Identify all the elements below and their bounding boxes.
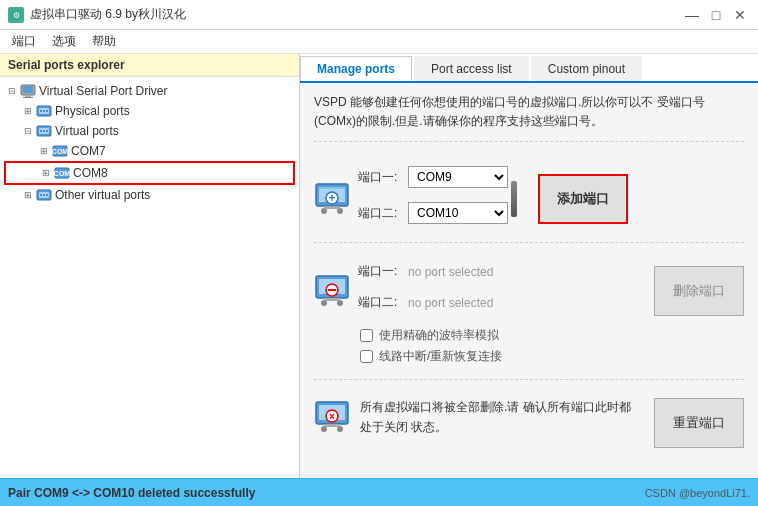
add-section-layout: + 端口一: COM9 COM1COM2COM3 COM4COM5COM6	[314, 166, 744, 232]
svg-rect-4	[25, 95, 31, 97]
reset-section: × 所有虚拟端口将被全部删除.请 确认所有端口此时都处于关闭 状态。 重置端口	[314, 390, 744, 448]
tree-item-root[interactable]: ⊟ Virtual Serial Port Driver	[4, 81, 295, 101]
svg-rect-44	[324, 424, 340, 427]
port1-select[interactable]: COM9 COM1COM2COM3 COM4COM5COM6 COM7COM8C…	[408, 166, 508, 188]
expand-icon-com7[interactable]: ⊞	[38, 145, 50, 157]
svg-point-23	[43, 194, 45, 196]
port1-label: 端口一:	[358, 169, 408, 186]
svg-point-8	[40, 110, 42, 112]
maximize-button[interactable]: □	[706, 5, 726, 25]
window-title: 虚拟串口驱动 6.9 by秋川汉化	[30, 6, 186, 23]
add-port-section: + 端口一: COM9 COM1COM2COM3 COM4COM5COM6	[314, 156, 744, 243]
checkbox-baudrate-label: 使用精确的波特率模拟	[379, 327, 499, 344]
minimize-button[interactable]: —	[682, 5, 702, 25]
svg-point-14	[43, 130, 45, 132]
checkbox-reconnect-label: 线路中断/重新恢复连接	[379, 348, 502, 365]
expand-icon-virtual[interactable]: ⊟	[22, 125, 34, 137]
titlebar-controls: — □ ✕	[682, 5, 750, 25]
delete-port2-label: 端口二:	[358, 294, 408, 311]
right-panel: Manage ports Port access list Custom pin…	[300, 54, 758, 478]
tree-item-virtual[interactable]: ⊟ Virtual ports	[4, 121, 295, 141]
checkbox-reconnect[interactable]	[360, 350, 373, 363]
checkbox-reconnect-row: 线路中断/重新恢复连接	[360, 348, 744, 365]
checkbox-baudrate-row: 使用精确的波特率模拟	[360, 327, 744, 344]
tab-manage-ports[interactable]: Manage ports	[300, 56, 412, 81]
tree-item-com8[interactable]: ⊞ COM COM8	[4, 161, 295, 185]
delete-port1-value: no port selected	[408, 265, 493, 279]
tree-label-other: Other virtual ports	[55, 188, 150, 202]
expand-icon-com8[interactable]: ⊞	[40, 167, 52, 179]
titlebar-left: ⚙ 虚拟串口驱动 6.9 by秋川汉化	[8, 6, 186, 23]
expand-icon-root[interactable]: ⊟	[6, 85, 18, 97]
ports-column: 端口一: COM9 COM1COM2COM3 COM4COM5COM6 COM7…	[358, 166, 508, 232]
tab-port-access-list[interactable]: Port access list	[414, 56, 529, 81]
port-icon-com8: COM	[54, 165, 70, 181]
status-text: Pair COM9 <-> COM10 deleted successfully	[8, 486, 255, 500]
statusbar: Pair COM9 <-> COM10 deleted successfully…	[0, 478, 758, 506]
ports-with-connector: 端口一: COM9 COM1COM2COM3 COM4COM5COM6 COM7…	[358, 166, 520, 232]
svg-text:COM: COM	[54, 170, 70, 177]
svg-point-13	[40, 130, 42, 132]
port2-select[interactable]: COM10 COM1COM2COM3 COM4COM5COM6 COM7COM8…	[408, 202, 508, 224]
ports-icon-other	[36, 187, 52, 203]
tree-label-physical: Physical ports	[55, 104, 130, 118]
expand-icon-other[interactable]: ⊞	[22, 189, 34, 201]
tree-item-physical[interactable]: ⊞ Physical ports	[4, 101, 295, 121]
svg-text:⚙: ⚙	[13, 11, 20, 20]
delete-port-section: 端口一: no port selected 端口二: no port selec…	[314, 253, 744, 380]
tree-label-virtual: Virtual ports	[55, 124, 119, 138]
reset-description: 所有虚拟端口将被全部删除.请 确认所有端口此时都处于关闭 状态。	[360, 398, 634, 436]
tree-label-root: Virtual Serial Port Driver	[39, 84, 167, 98]
menu-options[interactable]: 选项	[44, 31, 84, 52]
connector-bar	[511, 181, 517, 217]
tree-item-other[interactable]: ⊞ Other virtual ports	[4, 185, 295, 205]
add-port-icon: +	[314, 180, 350, 219]
delete-port1-row: 端口一: no port selected	[358, 263, 636, 280]
port2-label: 端口二:	[358, 205, 408, 222]
svg-text:COM: COM	[52, 148, 68, 155]
description-text: VSPD 能够创建任何你想使用的端口号的虚拟端口.所以你可以不 受端口号(COM…	[314, 93, 744, 142]
port-icon-com7: COM	[52, 143, 68, 159]
delete-port-button[interactable]: 删除端口	[654, 266, 744, 316]
delete-port2-row: 端口二: no port selected	[358, 294, 636, 311]
computer-icon	[20, 83, 36, 99]
sidebar-header: Serial ports explorer	[0, 54, 299, 77]
svg-point-15	[46, 130, 48, 132]
status-watermark: CSDN @beyondLi71.	[645, 487, 750, 499]
svg-point-10	[46, 110, 48, 112]
reset-port-button[interactable]: 重置端口	[654, 398, 744, 448]
reset-icon: ×	[314, 398, 350, 437]
svg-text:×: ×	[329, 411, 335, 422]
svg-point-9	[43, 110, 45, 112]
port2-row: 端口二: COM10 COM1COM2COM3 COM4COM5COM6 COM…	[358, 202, 508, 224]
delete-port2-value: no port selected	[408, 296, 493, 310]
svg-rect-27	[319, 187, 345, 189]
tree-container: ⊟ Virtual Serial Port Driver ⊞	[0, 77, 299, 478]
sidebar: Serial ports explorer ⊟ Virtual Serial P…	[0, 54, 300, 478]
delete-port1-label: 端口一:	[358, 263, 408, 280]
svg-rect-37	[324, 298, 340, 301]
port1-row: 端口一: COM9 COM1COM2COM3 COM4COM5COM6 COM7…	[358, 166, 508, 188]
delete-ports-column: 端口一: no port selected 端口二: no port selec…	[358, 263, 636, 319]
tree-label-com7: COM7	[71, 144, 106, 158]
ports-icon-physical	[36, 103, 52, 119]
tree-item-com7[interactable]: ⊞ COM COM7	[4, 141, 295, 161]
titlebar: ⚙ 虚拟串口驱动 6.9 by秋川汉化 — □ ✕	[0, 0, 758, 30]
expand-icon-physical[interactable]: ⊞	[22, 105, 34, 117]
menu-help[interactable]: 帮助	[84, 31, 124, 52]
main-layout: Serial ports explorer ⊟ Virtual Serial P…	[0, 54, 758, 478]
delete-section-layout: 端口一: no port selected 端口二: no port selec…	[314, 263, 744, 319]
menu-port[interactable]: 端口	[4, 31, 44, 52]
tree-label-com8: COM8	[73, 166, 108, 180]
ports-icon-virtual	[36, 123, 52, 139]
app-icon: ⚙	[8, 7, 24, 23]
svg-point-22	[40, 194, 42, 196]
add-port-button[interactable]: 添加端口	[538, 174, 628, 224]
delete-port-icon	[314, 272, 350, 311]
close-button[interactable]: ✕	[730, 5, 750, 25]
menubar: 端口 选项 帮助	[0, 30, 758, 54]
tab-custom-pinout[interactable]: Custom pinout	[531, 56, 642, 81]
svg-text:+: +	[328, 191, 335, 205]
checkbox-baudrate[interactable]	[360, 329, 373, 342]
svg-point-24	[46, 194, 48, 196]
